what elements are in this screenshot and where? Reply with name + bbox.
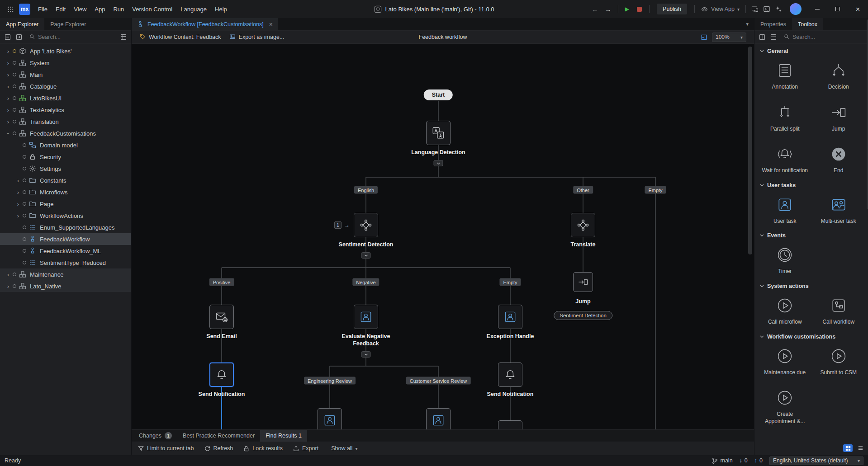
workflow-context-button[interactable]: Workflow Context: Feedback — [135, 33, 225, 41]
branch-badge[interactable]: Other — [573, 186, 593, 194]
toolbox-item[interactable]: Maintenance due — [758, 346, 812, 377]
workflow-start-node[interactable]: Start — [424, 89, 453, 100]
annotation-marker[interactable]: 1→ — [334, 221, 350, 229]
panel-tab[interactable]: App Explorer — [0, 18, 44, 30]
tree-item[interactable]: › Constants — [0, 174, 131, 186]
tree-chevron-icon[interactable]: › — [5, 48, 12, 55]
toolbox-item[interactable]: Call workflow — [812, 296, 866, 326]
tree-chevron-icon[interactable]: › — [5, 107, 12, 113]
tree-item[interactable]: Enum_SupportedLanguages — [0, 221, 131, 233]
tree-item[interactable]: SentimentType_Reduced — [0, 257, 131, 268]
menu-item[interactable]: View — [70, 0, 90, 18]
canvas-scrollbar[interactable] — [748, 47, 752, 254]
menu-item[interactable]: Version Control — [128, 0, 176, 18]
toolbox-item[interactable]: Decision — [812, 61, 866, 91]
collapse-branch-button[interactable] — [361, 351, 371, 358]
menu-item[interactable]: Run — [109, 0, 128, 18]
view-app-caret-icon[interactable]: ▾ — [737, 7, 740, 12]
export-as-image-button[interactable]: Export as image... — [225, 33, 289, 41]
toolbox-section-header[interactable]: Workflow customisations — [754, 329, 868, 342]
minimize-button[interactable] — [807, 0, 827, 18]
list-view-button[interactable] — [856, 444, 865, 452]
tree-item[interactable]: › Main — [0, 69, 131, 80]
tree-item[interactable]: › TextAnalytics — [0, 104, 131, 116]
tree-item[interactable]: FeedbackWorkflow_ML — [0, 245, 131, 257]
menu-item[interactable]: Language — [176, 0, 211, 18]
branch-badge[interactable]: English — [354, 186, 378, 194]
tab-list-dropdown-icon[interactable]: ▾ — [740, 21, 754, 27]
explorer-search-input[interactable] — [38, 34, 114, 40]
menu-item[interactable]: File — [34, 0, 52, 18]
branch-badge[interactable]: Positive — [209, 278, 234, 286]
tree-chevron-icon[interactable]: › — [5, 83, 12, 90]
user-avatar[interactable] — [790, 3, 802, 15]
tree-chevron-icon[interactable]: › — [5, 60, 12, 66]
maximize-button[interactable] — [827, 0, 848, 18]
tab-close-icon[interactable]: × — [269, 21, 273, 28]
view-app-button[interactable]: View App ▾ — [698, 5, 742, 13]
tree-item[interactable]: Domain model — [0, 139, 131, 151]
tree-item[interactable]: › Translation — [0, 116, 131, 127]
close-button[interactable]: × — [848, 0, 868, 18]
node-evaluate-negative-feedback[interactable] — [354, 305, 378, 329]
toolbox-item[interactable]: Annotation — [758, 61, 812, 91]
bottom-toolbar-action[interactable]: Refresh — [204, 445, 233, 452]
tree-item[interactable]: Security — [0, 151, 131, 163]
jump-target-badge[interactable]: Sentiment Detection — [554, 311, 612, 320]
menu-item[interactable]: Edit — [52, 0, 70, 18]
tree-item[interactable]: FeedbackWorkflow — [0, 233, 131, 245]
collapse-branch-button[interactable] — [434, 160, 443, 166]
overview-toggle-icon[interactable] — [700, 33, 708, 41]
workflow-canvas[interactable]: Start Language Detection English Other E… — [132, 44, 754, 429]
tree-item[interactable]: › System — [0, 57, 131, 69]
toolbox-section-header[interactable]: System actions — [754, 279, 868, 291]
toolbox-item[interactable]: Parallel split — [758, 103, 812, 133]
branch-badge[interactable]: Empty — [499, 278, 521, 286]
panel-layout-icon[interactable] — [769, 33, 778, 41]
branch-badge[interactable]: Negative — [352, 278, 379, 286]
toolbox-item[interactable]: End — [812, 144, 866, 174]
node-send-email[interactable] — [209, 305, 234, 329]
sync-active-document-icon[interactable] — [15, 33, 23, 41]
toolbox-item[interactable]: Create Appointment &... — [758, 388, 812, 425]
forward-button[interactable]: → — [602, 5, 615, 13]
tree-chevron-icon[interactable]: › — [14, 201, 22, 207]
node-language-detection[interactable] — [426, 121, 451, 145]
node-engineering-review[interactable] — [318, 408, 342, 429]
outgoing-commits[interactable]: ↑0 — [754, 457, 763, 464]
console-icon[interactable] — [761, 3, 773, 15]
git-branch-indicator[interactable]: main — [711, 457, 733, 464]
bottom-panel-tab[interactable]: Best Practice Recommender — [177, 430, 260, 442]
stop-button[interactable] — [637, 7, 642, 12]
tree-item[interactable]: › FeedbackCustomisations — [0, 127, 131, 139]
node-partial[interactable] — [498, 420, 522, 429]
tree-item[interactable]: › Microflows — [0, 186, 131, 198]
explorer-search[interactable] — [26, 33, 116, 42]
tree-chevron-icon[interactable]: › — [5, 118, 12, 125]
menu-item[interactable]: Help — [211, 0, 231, 18]
toolbox-section-header[interactable]: User tasks — [754, 178, 868, 190]
tile-view-button[interactable] — [843, 444, 853, 452]
bottom-toolbar-action[interactable]: Show all ▾ — [328, 445, 357, 452]
tree-chevron-icon[interactable]: › — [14, 177, 22, 184]
toolbox-item[interactable]: Submit to CSM — [812, 346, 866, 377]
branch-badge[interactable]: Empty — [645, 186, 666, 194]
node-exception-handle[interactable] — [498, 305, 522, 329]
toolbox-search[interactable] — [781, 33, 868, 42]
incoming-commits[interactable]: ↓0 — [740, 457, 748, 464]
publish-button[interactable]: Publish — [657, 4, 687, 14]
tree-item[interactable]: › App 'Lato Bikes' — [0, 45, 131, 57]
sparkles-icon[interactable] — [773, 3, 784, 15]
branch-badge[interactable]: Customer Service Review — [406, 377, 471, 385]
node-send-notification-selected[interactable] — [209, 362, 234, 387]
run-button[interactable]: ▶ — [621, 6, 633, 12]
toolbox-item[interactable]: Call microflow — [758, 296, 812, 326]
node-send-notification-2[interactable] — [498, 362, 522, 387]
panel-tab[interactable]: Toolbox — [792, 18, 823, 30]
collapse-branch-button[interactable] — [361, 252, 371, 259]
bottom-toolbar-action[interactable]: Lock results — [243, 445, 283, 452]
node-translate[interactable] — [571, 213, 595, 237]
toolbox-item[interactable]: User task — [758, 195, 812, 225]
tree-chevron-icon[interactable]: › — [5, 271, 12, 278]
panel-tab[interactable]: Page Explorer — [44, 18, 92, 30]
